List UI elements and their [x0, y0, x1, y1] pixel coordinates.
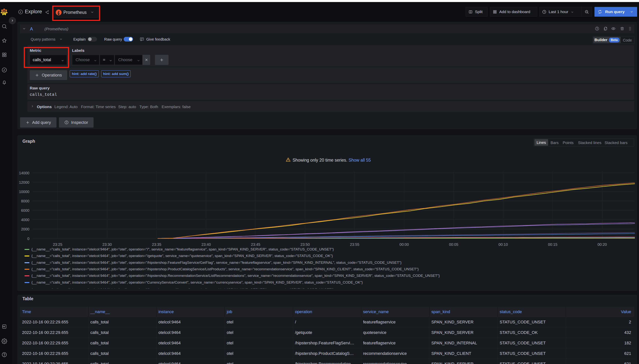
svg-text:23:50: 23:50: [300, 242, 310, 246]
svg-text:23:35: 23:35: [152, 242, 161, 246]
svg-text:23:40: 23:40: [202, 242, 211, 246]
svg-text:6000: 6000: [21, 208, 30, 212]
svg-text:00:10: 00:10: [498, 242, 508, 246]
svg-text:0: 0: [27, 236, 29, 241]
svg-text:10000: 10000: [19, 190, 29, 194]
svg-text:8000: 8000: [21, 199, 30, 203]
svg-text:23:55: 23:55: [350, 242, 359, 246]
svg-text:00:05: 00:05: [449, 242, 458, 246]
svg-text:14000: 14000: [19, 171, 29, 175]
svg-text:00:00: 00:00: [400, 242, 409, 246]
svg-text:00:15: 00:15: [548, 242, 557, 246]
svg-text:23:25: 23:25: [53, 242, 62, 246]
svg-text:2000: 2000: [21, 227, 30, 231]
svg-text:12000: 12000: [19, 180, 29, 184]
svg-text:23:30: 23:30: [102, 242, 112, 246]
svg-text:00:20: 00:20: [598, 242, 607, 246]
svg-text:4000: 4000: [21, 218, 30, 222]
svg-text:23:45: 23:45: [251, 242, 260, 246]
